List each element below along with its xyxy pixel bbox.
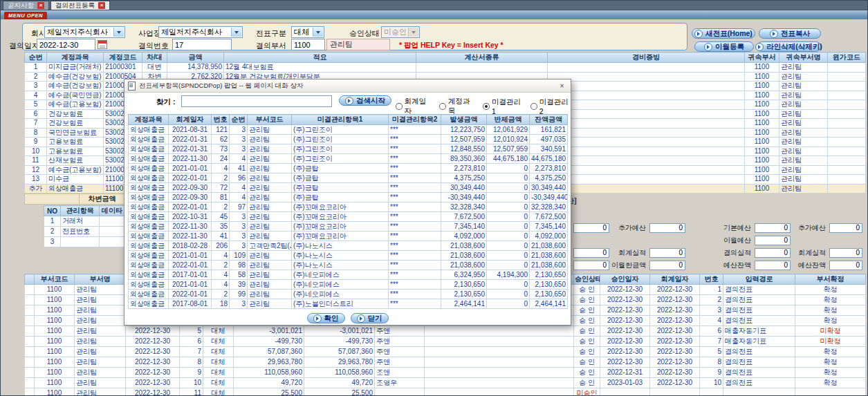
table-row[interactable]: 1100관리팀 — [25, 368, 126, 378]
calendar-icon[interactable] — [98, 40, 107, 49]
column-header[interactable]: NO — [44, 206, 61, 216]
radio-open-mgmt-1[interactable]: 미결관리1 — [483, 97, 523, 116]
table-row[interactable]: 1100관리팀 — [25, 347, 126, 357]
table-row[interactable]: 2022-12-309대체110,058,960110,058,960조앤승 인… — [126, 368, 866, 378]
resolution-no-input[interactable] — [172, 39, 232, 50]
table-row[interactable]: 2022-12-305대체-3,001,021-3,001,021주앤승 인20… — [126, 326, 866, 337]
budget-amount-field[interactable]: 0 — [829, 223, 862, 233]
column-header[interactable]: 부서코드 — [35, 274, 75, 285]
column-header[interactable]: 반제금액 — [487, 115, 530, 125]
column-header[interactable] — [25, 274, 35, 285]
column-header[interactable]: 금액 — [167, 53, 224, 63]
table-row[interactable]: 1100관리팀 — [25, 305, 126, 316]
carryover-register-button[interactable]: 이월등록 — [694, 41, 754, 52]
column-header[interactable]: 차/대 — [142, 53, 167, 63]
table-row[interactable]: 외상매출금2018-02-282063고객만족2팀(JJ(주)나노시스***21… — [129, 241, 568, 251]
column-header[interactable]: 계정과목 — [129, 115, 169, 125]
column-header[interactable]: 입력경로 — [723, 274, 795, 285]
table-row[interactable]: 1100관리팀 — [25, 388, 126, 396]
table-row[interactable]: 외상매출금2017-08-01183관리팀(주)노블인더스트리***2,464,… — [129, 299, 568, 309]
budget-amount-field[interactable]: 0 — [649, 223, 685, 233]
table-row[interactable]: 외상매출금2022-11-30244관리팀(주)그린조이***89,350,36… — [129, 154, 568, 164]
column-header[interactable]: 계산서종류 — [416, 53, 548, 63]
tab-notice[interactable]: 공지사항 × — [3, 1, 49, 10]
popup-search-input[interactable] — [181, 95, 332, 107]
radio-account-date[interactable]: 회계일자 — [396, 97, 432, 116]
table-row[interactable]: 1100관리팀 — [25, 285, 126, 295]
tab-close-icon[interactable]: × — [98, 2, 105, 9]
table-row[interactable]: 외상매출금2022-01-01296관리팀(주)금탑***4,375,25004… — [129, 173, 568, 183]
column-header[interactable]: 회계일자 — [169, 115, 212, 125]
column-header[interactable]: 순번 — [230, 115, 248, 125]
company-select[interactable]: 제일저지주식회사 — [44, 26, 125, 38]
close-button[interactable]: 닫기 — [351, 313, 389, 323]
table-row[interactable]: 외상매출금2022-01-31623관리팀(주)그린조이***12,507,95… — [129, 135, 568, 144]
radio-open-mgmt-2[interactable]: 미결관리2 — [530, 97, 571, 116]
column-header[interactable]: 귀속부서명 — [779, 53, 828, 63]
table-row[interactable]: 외상매출금2017-01-01458관리팀(주)네오피에스***6,324,95… — [129, 270, 568, 280]
popup-close-icon[interactable]: × — [557, 82, 567, 91]
column-header[interactable]: 승인일자 — [600, 274, 650, 285]
popup-title-bar[interactable]: 전표세부항목(SPNDCDPop) 팝업 -- 웹 페이지 대화 상자 × — [124, 79, 571, 93]
search-start-button[interactable]: 검색시작 — [339, 95, 391, 106]
column-header[interactable]: 부서코드 — [248, 115, 292, 125]
column-header[interactable]: 승인상태 — [574, 274, 600, 285]
budget-amount-field[interactable]: 0 — [573, 248, 609, 258]
table-row[interactable]: 외상매출금2021-01-01441관리팀(주)금탑***2,273,81002… — [129, 164, 568, 173]
resolution-dept-code-input[interactable] — [291, 39, 325, 50]
column-header[interactable]: 부서확정 — [795, 274, 866, 285]
column-header[interactable]: 계정코드 — [104, 53, 142, 63]
table-row[interactable]: 2022-12-306대체-499,730-499,730주앤승 인2022-1… — [126, 337, 866, 347]
budget-amount-field[interactable]: 0 — [573, 223, 609, 233]
table-row[interactable]: 1100관리팀 — [25, 337, 126, 347]
site-select[interactable]: 제일저지주식회사 — [158, 26, 243, 38]
column-header[interactable]: 순번 — [25, 53, 47, 63]
delete-line-button[interactable]: 라인삭제(삭제키) — [757, 41, 821, 52]
new-voucher-button[interactable]: 새전표(Home) — [692, 28, 755, 39]
table-row[interactable]: 외상매출금2022-09-30814관리팀(주)금탑***-30,349,440… — [129, 193, 568, 202]
table-row[interactable]: 외상매출금2022-01-01299관리팀(주)네오피에스***2,130,65… — [129, 290, 568, 299]
column-header[interactable]: 적요 — [224, 53, 416, 63]
column-header[interactable]: 미결관리항목2 — [389, 115, 441, 125]
budget-amount-field[interactable]: 0 — [755, 261, 791, 270]
table-row[interactable]: 1100관리팀 — [25, 326, 126, 337]
column-header[interactable]: 번호 — [212, 115, 230, 125]
column-header[interactable]: 경비증빙 — [548, 53, 745, 63]
table-row[interactable]: 1100관리팀 — [25, 357, 126, 368]
budget-amount-field[interactable]: 0 — [649, 261, 685, 270]
column-header[interactable]: 귀속부서 — [745, 53, 779, 63]
table-row[interactable]: 외상매출금2022-01-01297관리팀(주)꼬매요코리아***32,328,… — [129, 202, 568, 212]
budget-amount-field[interactable]: 0 — [573, 261, 609, 270]
table-row[interactable]: 2022-12-308대체29,963,78029,963,780주앤승 인20… — [126, 357, 866, 368]
column-header[interactable]: 회계일자 — [650, 274, 700, 285]
column-header[interactable]: 관리항목 — [61, 206, 100, 216]
voucher-type-select[interactable]: 대체 — [291, 26, 324, 38]
table-row[interactable]: 1100관리팀 — [25, 378, 126, 388]
tab-close-icon[interactable]: × — [37, 2, 44, 9]
table-row[interactable]: 1미지급금(거래처)21000301대변14,378,95012월 4대보험료1… — [25, 63, 866, 73]
column-header[interactable]: 잔액금액 — [530, 115, 568, 125]
table-row[interactable]: 외상매출금2022-01-31733관리팀(주)그린조이***12,848,55… — [129, 144, 568, 154]
column-header[interactable]: 발생금액 — [441, 115, 487, 125]
table-row[interactable]: 2022-12-3011대체25,50025,500미승인 — [126, 388, 866, 396]
table-row[interactable]: 1100관리팀 — [25, 295, 126, 305]
table-row[interactable]: 1100관리팀 — [25, 316, 126, 326]
column-header[interactable]: 번호 — [700, 274, 723, 285]
budget-amount-field[interactable]: 0 — [829, 261, 862, 270]
table-row[interactable]: 외상매출금2022-09-30724관리팀(주)금탑***30,349,4400… — [129, 183, 568, 193]
copy-voucher-button[interactable]: 전표복사 — [759, 28, 821, 39]
confirm-button[interactable]: 확인 — [307, 313, 345, 323]
table-row[interactable]: 외상매출금2021-08-311213관리팀(주)그린조이***12,223,7… — [129, 125, 568, 135]
budget-amount-field[interactable]: 0 — [755, 223, 791, 233]
table-row[interactable]: 외상매출금2022-10-31453관리팀(주)꼬매요코리아***7,672,5… — [129, 212, 568, 222]
table-row[interactable]: 외상매출금2021-01-014109관리팀(주)나노시스***21,038,6… — [129, 251, 568, 261]
table-row[interactable]: 2022-12-3010대체49,72049,720조영우승 인2023-01-… — [126, 378, 866, 388]
radio-account-subject[interactable]: 계정과목 — [439, 97, 475, 116]
budget-amount-field[interactable]: 0 — [755, 236, 791, 245]
table-row[interactable]: 외상매출금2022-01-01298관리팀(주)나노시스***21,038,60… — [129, 261, 568, 270]
table-row[interactable]: 외상매출금2022-11-30353관리팀(주)꼬매요코리아***7,345,1… — [129, 222, 568, 232]
column-header[interactable]: 미결관리항목1 — [292, 115, 389, 125]
table-row[interactable]: 2022-12-307대체57,087,36057,087,360주앤승 인20… — [126, 347, 866, 357]
table-row[interactable]: 외상매출금2021-01-01439관리팀(주)네오피에스***2,130,65… — [129, 280, 568, 290]
tab-voucher-entry[interactable]: 결의전표등록 × — [50, 1, 110, 10]
